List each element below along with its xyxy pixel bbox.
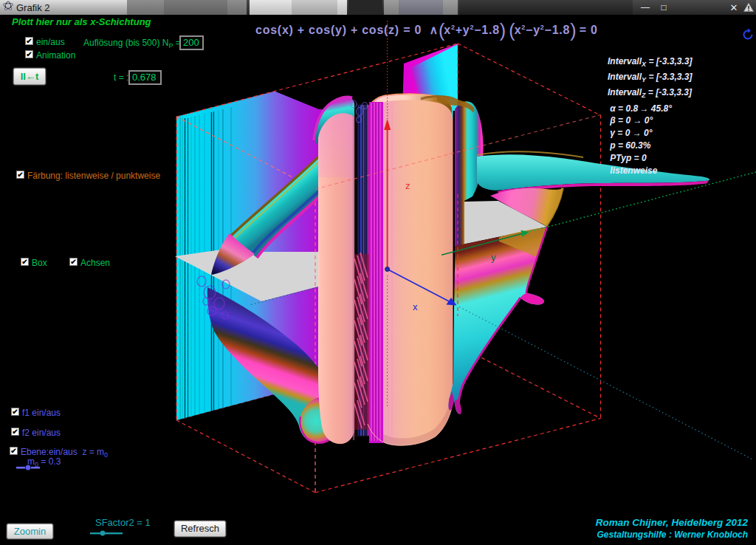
svg-text:z: z xyxy=(405,180,410,191)
svg-text:x: x xyxy=(413,301,418,312)
svg-text:y: y xyxy=(491,252,496,263)
